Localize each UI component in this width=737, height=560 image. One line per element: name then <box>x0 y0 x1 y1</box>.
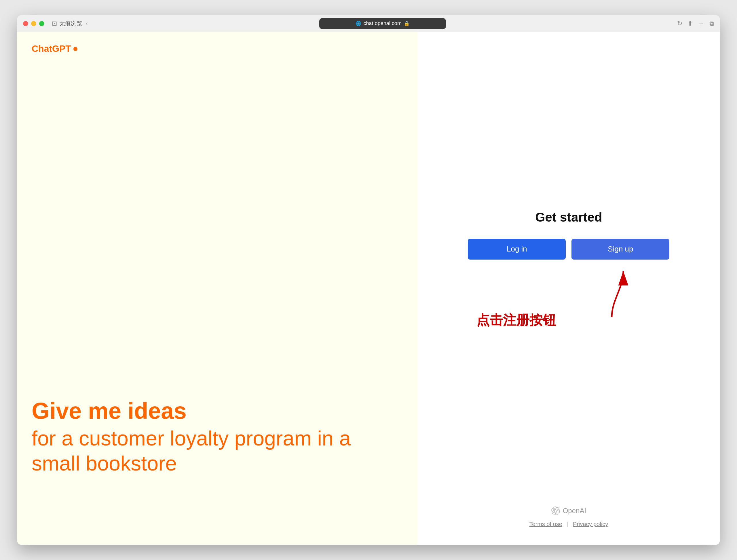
right-panel: Get started Log in Sign up <box>418 32 720 545</box>
toolbar-right: ↻ ⬆ ＋ ⧉ <box>677 19 714 28</box>
right-bottom: OpenAI Terms of use | Privacy policy <box>529 506 608 527</box>
openai-logo: OpenAI <box>551 506 586 515</box>
tab-label: 无痕浏览 <box>59 20 82 27</box>
hero-title: Give me ideas <box>32 398 403 424</box>
browser-window: ⊡ 无痕浏览 ‹ 🌐 chat.openai.com 🔒 ↻ ⬆ ＋ ⧉ Cha… <box>17 15 720 545</box>
hero-text: Give me ideas for a customer loyalty pro… <box>32 398 403 476</box>
maximize-button[interactable] <box>39 21 44 26</box>
close-button[interactable] <box>23 21 28 26</box>
url-text: chat.openai.com <box>363 20 402 26</box>
address-bar[interactable]: 🌐 chat.openai.com 🔒 <box>319 18 446 29</box>
minimize-button[interactable] <box>31 21 36 26</box>
annotation-text: 点击注册按钮 <box>477 311 556 329</box>
footer-divider: | <box>567 521 568 527</box>
right-main: Get started Log in Sign up <box>435 210 702 352</box>
logo-text: ChatGPT <box>32 43 71 54</box>
tabs-icon[interactable]: ⧉ <box>709 20 714 27</box>
arrow-annotation <box>595 265 629 324</box>
address-bar-container: 🌐 chat.openai.com 🔒 <box>92 18 673 29</box>
login-button[interactable]: Log in <box>468 239 566 260</box>
annotation-area: 点击注册按钮 <box>468 265 669 352</box>
tab-area: ⊡ 无痕浏览 ‹ <box>52 20 88 27</box>
traffic-lights <box>23 21 44 26</box>
new-tab-icon[interactable]: ＋ <box>698 19 704 28</box>
tab-icon: ⊡ <box>52 20 57 27</box>
page-content: ChatGPT Give me ideas for a customer loy… <box>17 32 720 545</box>
logo-dot <box>73 47 77 51</box>
lock-icon: 🔒 <box>404 21 410 26</box>
privacy-link[interactable]: Privacy policy <box>573 521 608 527</box>
back-button[interactable]: ‹ <box>86 20 88 27</box>
auth-buttons: Log in Sign up <box>468 239 669 260</box>
footer-links: Terms of use | Privacy policy <box>529 521 608 527</box>
share-icon[interactable]: ⬆ <box>688 20 693 27</box>
signup-button[interactable]: Sign up <box>572 239 669 260</box>
refresh-icon[interactable]: ↻ <box>677 20 682 27</box>
hero-subtitle: for a customer loyalty program in asmall… <box>32 426 403 476</box>
terms-link[interactable]: Terms of use <box>529 521 562 527</box>
openai-icon <box>551 506 560 515</box>
arrow-icon <box>595 265 629 323</box>
openai-label: OpenAI <box>563 507 586 515</box>
globe-icon: 🌐 <box>355 21 361 26</box>
get-started-heading: Get started <box>535 210 602 224</box>
left-panel: ChatGPT Give me ideas for a customer loy… <box>17 32 418 545</box>
logo: ChatGPT <box>32 43 403 54</box>
title-bar: ⊡ 无痕浏览 ‹ 🌐 chat.openai.com 🔒 ↻ ⬆ ＋ ⧉ <box>17 15 720 32</box>
